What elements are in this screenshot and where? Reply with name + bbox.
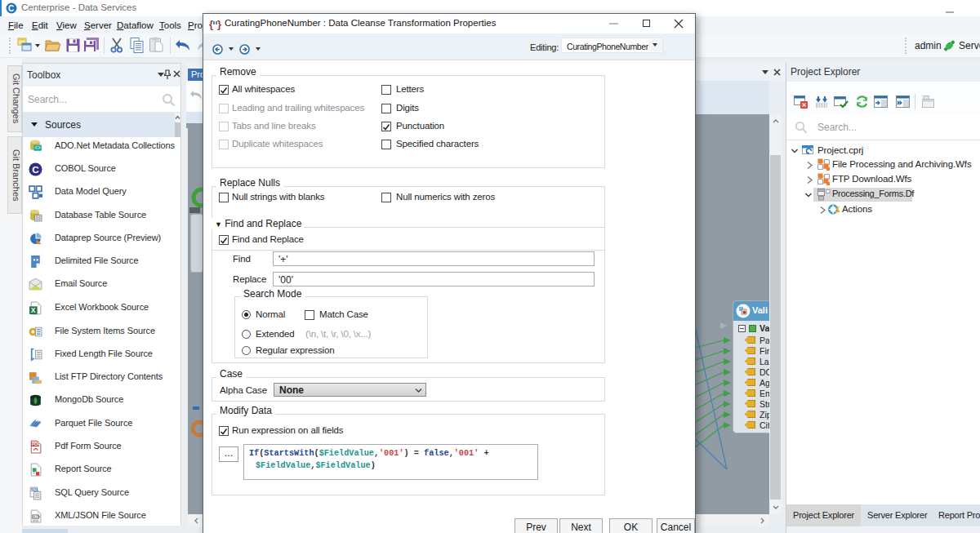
- svg-text:C: C: [8, 4, 14, 13]
- svg-text:</>: </>: [33, 515, 41, 519]
- svg-text:{: {: [209, 18, 213, 30]
- svg-text:}: }: [217, 18, 221, 30]
- svg-text:PDF: PDF: [32, 442, 40, 446]
- svg-text:X: X: [31, 306, 36, 314]
- svg-text:C: C: [32, 164, 39, 175]
- svg-text:<>: <>: [34, 145, 41, 151]
